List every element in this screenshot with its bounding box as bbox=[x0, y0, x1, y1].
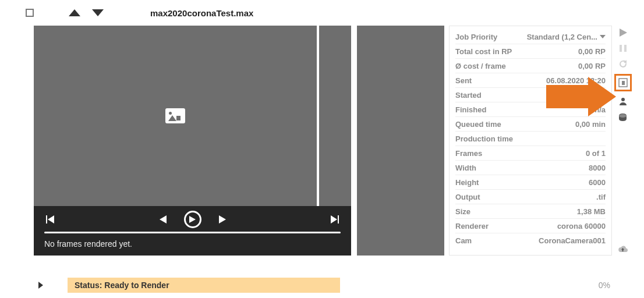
info-value: .tif bbox=[596, 193, 606, 201]
svg-marker-2 bbox=[160, 215, 167, 224]
svg-marker-1 bbox=[48, 215, 54, 224]
last-frame-button[interactable] bbox=[329, 214, 341, 225]
play-button[interactable] bbox=[184, 211, 201, 228]
svg-point-13 bbox=[619, 114, 627, 118]
svg-marker-16 bbox=[588, 77, 616, 116]
disk-button[interactable] bbox=[617, 111, 629, 123]
job-info-panel: Job PriorityStandard (1,2 Cen... Total c… bbox=[449, 26, 612, 256]
info-value: corona 60000 bbox=[557, 222, 606, 230]
svg-rect-11 bbox=[622, 81, 625, 85]
header-row: max2020coronaTest.max bbox=[0, 0, 644, 26]
select-job-checkbox[interactable] bbox=[26, 9, 34, 17]
preview-panel: No frames rendered yet. bbox=[34, 26, 351, 256]
info-label: Production time bbox=[455, 134, 513, 143]
info-value: 8000 bbox=[589, 164, 606, 172]
info-row-total-cost-in-rp: Total cost in RP0,00 RP bbox=[455, 44, 606, 59]
svg-marker-17 bbox=[38, 282, 43, 289]
svg-marker-4 bbox=[219, 215, 226, 224]
info-value[interactable]: Standard (1,2 Cen... bbox=[527, 33, 606, 41]
info-row-width: Width8000 bbox=[455, 161, 606, 175]
info-row-height: Height6000 bbox=[455, 175, 606, 190]
render-preview bbox=[34, 26, 351, 206]
move-down-icon[interactable] bbox=[92, 9, 104, 16]
info-label: Ø cost / frame bbox=[455, 62, 506, 70]
info-label: Size bbox=[455, 207, 470, 216]
info-row-job-priority: Job PriorityStandard (1,2 Cen... bbox=[455, 30, 606, 44]
info-row-renderer: Renderercorona 60000 bbox=[455, 219, 606, 233]
change-job-settings-button[interactable] bbox=[614, 74, 632, 91]
svg-rect-0 bbox=[46, 215, 47, 224]
info-row-queued-time: Queued time0,00 min bbox=[455, 117, 606, 132]
callout-arrow bbox=[546, 77, 616, 119]
info-value: CoronaCamera001 bbox=[539, 236, 606, 245]
svg-rect-8 bbox=[620, 45, 622, 52]
info-label: Width bbox=[455, 164, 476, 172]
info-row-output: Output.tif bbox=[455, 190, 606, 204]
info-row-size: Size1,38 MB bbox=[455, 204, 606, 219]
chevron-down-icon bbox=[600, 35, 606, 38]
svg-rect-9 bbox=[624, 45, 627, 52]
info-row--cost-frame: Ø cost / frame0,00 RP bbox=[455, 59, 606, 73]
svg-marker-3 bbox=[189, 216, 196, 223]
info-value: 0,00 min bbox=[575, 120, 606, 129]
image-placeholder-icon bbox=[165, 108, 185, 123]
move-up-icon[interactable] bbox=[69, 9, 80, 16]
status-percent: 0% bbox=[599, 281, 614, 290]
info-label: Output bbox=[455, 193, 480, 201]
info-value: 0,00 RP bbox=[578, 47, 606, 56]
frame-timeline[interactable] bbox=[44, 232, 341, 233]
preview-status-text: No frames rendered yet. bbox=[44, 239, 341, 249]
thumbnail-strip bbox=[357, 26, 444, 256]
info-row-production-time: Production time bbox=[455, 132, 606, 146]
cloud-upload-button[interactable] bbox=[617, 244, 629, 256]
info-label: Frames bbox=[455, 149, 482, 158]
status-bar: Status: Ready to Render 0% bbox=[34, 278, 614, 293]
next-frame-button[interactable] bbox=[217, 214, 228, 225]
frame-controls: No frames rendered yet. bbox=[34, 206, 351, 256]
info-label: Sent bbox=[455, 76, 472, 85]
info-label: Started bbox=[455, 91, 482, 100]
info-row-frames: Frames0 of 1 bbox=[455, 146, 606, 161]
info-value: 0,00 RP bbox=[578, 62, 606, 70]
info-label: Height bbox=[455, 178, 479, 187]
svg-rect-15 bbox=[546, 85, 588, 108]
right-toolbar bbox=[615, 26, 630, 256]
info-value: 1,38 MB bbox=[577, 207, 606, 216]
pause-render-button[interactable] bbox=[617, 42, 629, 54]
job-filename: max2020coronaTest.max bbox=[150, 8, 253, 18]
user-settings-button[interactable] bbox=[617, 95, 629, 107]
info-label: Total cost in RP bbox=[455, 47, 512, 56]
info-value: 6000 bbox=[589, 178, 606, 187]
info-label: Finished bbox=[455, 105, 486, 114]
start-render-button[interactable] bbox=[617, 27, 629, 38]
first-frame-button[interactable] bbox=[44, 214, 56, 225]
info-label: Queued time bbox=[455, 120, 501, 129]
svg-marker-5 bbox=[331, 215, 337, 224]
status-label: Status: Ready to Render bbox=[68, 278, 340, 293]
main-area: No frames rendered yet. Job PriorityStan… bbox=[0, 26, 644, 256]
info-label: Cam bbox=[455, 236, 472, 245]
svg-point-12 bbox=[621, 98, 625, 101]
prev-frame-button[interactable] bbox=[157, 214, 169, 225]
expand-status-button[interactable] bbox=[34, 281, 48, 289]
preview-main-image bbox=[34, 26, 317, 206]
svg-rect-6 bbox=[338, 215, 339, 224]
info-label: Renderer bbox=[455, 222, 489, 230]
rerender-button[interactable] bbox=[617, 58, 629, 70]
preview-side-strip bbox=[319, 26, 351, 206]
svg-marker-7 bbox=[620, 29, 627, 37]
info-row-cam: CamCoronaCamera001 bbox=[455, 233, 606, 248]
info-label: Job Priority bbox=[455, 33, 497, 41]
info-value: 0 of 1 bbox=[586, 149, 606, 158]
